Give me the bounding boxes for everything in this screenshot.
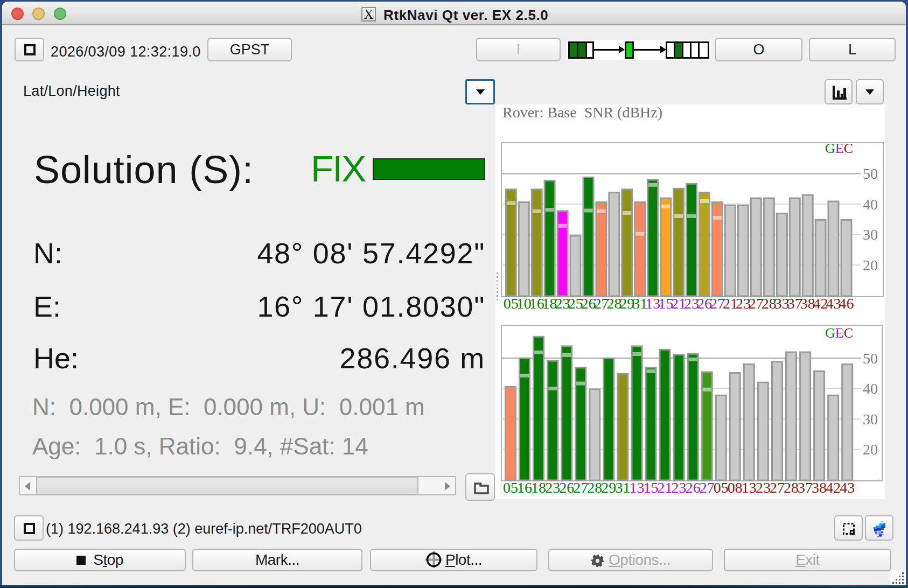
svg-text:28: 28: [784, 479, 799, 496]
svg-text:40: 40: [863, 380, 878, 397]
svg-text:38: 38: [812, 479, 827, 496]
svg-text:08: 08: [728, 479, 743, 496]
svg-text:05: 05: [714, 479, 729, 496]
svg-text:29: 29: [601, 479, 616, 496]
svg-text:43: 43: [840, 479, 855, 496]
svg-text:26: 26: [686, 479, 701, 496]
svg-text:13: 13: [630, 479, 645, 496]
svg-text:15: 15: [644, 479, 659, 496]
svg-text:27: 27: [700, 479, 715, 496]
svg-text:26: 26: [559, 479, 574, 496]
svg-text:16: 16: [517, 479, 532, 496]
svg-text:37: 37: [798, 479, 813, 496]
svg-text:42: 42: [826, 479, 841, 496]
svg-text:Rover: Base SNR (dBHz): Rover: Base SNR (dBHz): [502, 104, 662, 121]
svg-text:46: 46: [839, 295, 854, 312]
svg-text:28: 28: [587, 479, 602, 496]
svg-text:GEC: GEC: [825, 141, 853, 156]
svg-text:40: 40: [863, 196, 878, 213]
svg-text:13: 13: [742, 479, 757, 496]
svg-text:50: 50: [863, 165, 878, 182]
svg-text:23: 23: [756, 479, 771, 496]
svg-text:30: 30: [863, 226, 878, 243]
svg-text:31: 31: [615, 479, 630, 496]
svg-text:05: 05: [503, 479, 518, 496]
svg-text:30: 30: [863, 411, 878, 428]
svg-text:20: 20: [863, 441, 878, 458]
svg-text:21: 21: [658, 479, 673, 496]
svg-text:23: 23: [672, 479, 687, 496]
svg-text:27: 27: [573, 479, 588, 496]
svg-text:27: 27: [770, 479, 785, 496]
svg-text:20: 20: [863, 257, 878, 274]
svg-text:50: 50: [863, 350, 878, 367]
svg-text:GEC: GEC: [825, 325, 853, 341]
svg-text:18: 18: [531, 479, 546, 496]
svg-text:23: 23: [545, 479, 560, 496]
